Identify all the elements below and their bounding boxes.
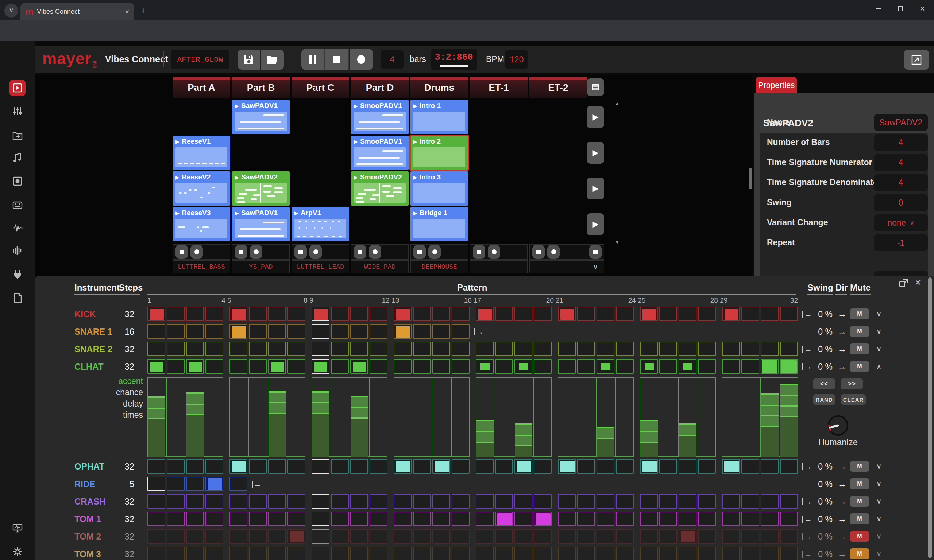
project-name-button[interactable]: AFTER_GLOW	[171, 50, 230, 69]
step-cell[interactable]	[679, 546, 697, 560]
step-cell[interactable]	[722, 307, 740, 321]
step-cell[interactable]	[698, 342, 716, 356]
step-cell[interactable]	[558, 494, 576, 509]
step-cell[interactable]	[167, 324, 185, 339]
step-cell[interactable]	[558, 307, 576, 321]
step-cell[interactable]	[679, 494, 697, 509]
step-cell[interactable]	[432, 459, 450, 474]
step-cell[interactable]	[350, 359, 368, 374]
step-cell[interactable]	[476, 529, 494, 544]
step-cell[interactable]	[722, 546, 740, 560]
step-cell[interactable]	[495, 342, 513, 356]
fullscreen-button[interactable]	[904, 49, 929, 70]
step-cell[interactable]	[350, 307, 368, 321]
row-expand-chevron[interactable]: ∨	[874, 549, 885, 558]
new-tab-button[interactable]: +	[140, 5, 146, 17]
direction-toggle[interactable]: ↔	[835, 479, 849, 489]
step-cell[interactable]	[452, 359, 470, 374]
sidebar-item-project-file[interactable]	[9, 290, 26, 306]
step-cell[interactable]	[230, 324, 247, 339]
step-cell[interactable]	[761, 512, 778, 526]
step-cell[interactable]	[413, 529, 431, 544]
track-footer-collapse[interactable]: ∨	[587, 260, 604, 274]
row-expand-chevron[interactable]: ∧	[874, 362, 885, 371]
step-cell[interactable]	[331, 307, 349, 321]
step-cell[interactable]	[596, 529, 614, 544]
step-cell[interactable]	[370, 494, 387, 509]
step-cell[interactable]	[577, 359, 595, 374]
step-cell[interactable]	[596, 512, 614, 526]
step-cell[interactable]	[495, 459, 513, 474]
step-cell[interactable]	[331, 342, 349, 356]
property-value-time-signature-denominator[interactable]: 4	[874, 174, 928, 191]
step-cell[interactable]	[741, 546, 759, 560]
steps-count[interactable]: 5	[113, 479, 134, 489]
instrument-label-tom-3[interactable]: TOM 3	[74, 549, 101, 559]
step-cell[interactable]	[288, 359, 305, 374]
step-cell[interactable]	[452, 546, 470, 560]
step-bar[interactable]	[679, 423, 697, 457]
step-cell[interactable]	[147, 307, 165, 321]
step-cell[interactable]	[534, 546, 552, 560]
step-cell[interactable]	[577, 307, 595, 321]
step-cell[interactable]	[761, 529, 778, 544]
step-cell[interactable]	[640, 494, 658, 509]
window-minimize-icon[interactable]	[868, 0, 889, 17]
bars-count-field[interactable]: 4	[381, 50, 404, 69]
step-cell[interactable]	[679, 529, 697, 544]
step-cell[interactable]	[722, 494, 740, 509]
step-cell[interactable]	[230, 307, 247, 321]
step-cell[interactable]	[147, 546, 165, 560]
step-cell[interactable]	[205, 307, 223, 321]
step-cell[interactable]	[495, 512, 513, 526]
step-cell[interactable]	[288, 307, 305, 321]
step-cell[interactable]	[167, 359, 185, 374]
track-stop-button[interactable]	[294, 245, 307, 259]
step-cell[interactable]	[268, 459, 286, 474]
step-cell[interactable]	[413, 342, 431, 356]
direction-toggle[interactable]: →	[835, 549, 849, 559]
step-cell[interactable]	[698, 359, 716, 374]
step-cell-current[interactable]	[311, 512, 330, 526]
step-cell-current[interactable]	[311, 546, 330, 560]
step-bar[interactable]	[268, 391, 286, 457]
step-cell[interactable]	[413, 494, 431, 509]
step-cell[interactable]	[268, 307, 286, 321]
step-cell[interactable]	[577, 546, 595, 560]
step-cell[interactable]	[350, 546, 368, 560]
properties-tab[interactable]: Properties	[756, 77, 797, 94]
window-maximize-icon[interactable]	[890, 0, 911, 17]
step-cell[interactable]	[534, 529, 552, 544]
steps-count[interactable]: 32	[113, 532, 134, 542]
track-stop-button[interactable]	[176, 245, 188, 259]
step-cell[interactable]	[147, 494, 165, 509]
step-cell[interactable]	[515, 529, 532, 544]
step-cell-current[interactable]	[311, 459, 330, 474]
step-cell[interactable]	[780, 546, 798, 560]
step-cell[interactable]	[394, 529, 412, 544]
step-cell[interactable]	[616, 529, 634, 544]
step-cell[interactable]	[495, 494, 513, 509]
step-cell[interactable]	[147, 529, 165, 544]
sidebar-item-settings[interactable]	[9, 544, 26, 560]
lane-label-delay[interactable]: delay	[88, 399, 143, 409]
step-cell[interactable]	[515, 512, 532, 526]
direction-toggle[interactable]: →	[835, 531, 849, 542]
step-cell[interactable]	[432, 324, 450, 339]
row-expand-chevron[interactable]: ∨	[874, 497, 885, 506]
track-name[interactable]: LUTTREL_BASS	[173, 260, 230, 274]
step-cell[interactable]	[205, 342, 223, 356]
sidebar-item-library[interactable]	[9, 128, 26, 144]
step-cell[interactable]	[452, 529, 470, 544]
step-cell[interactable]	[640, 546, 658, 560]
track-record-button[interactable]	[547, 245, 559, 259]
step-cell[interactable]	[350, 342, 368, 356]
step-cell[interactable]	[205, 359, 223, 374]
panel-popout-icon[interactable]	[899, 279, 908, 288]
step-cell[interactable]	[167, 342, 185, 356]
step-cell[interactable]	[432, 494, 450, 509]
save-button[interactable]	[238, 49, 260, 70]
instrument-label-snare-1[interactable]: SNARE 1	[74, 327, 113, 337]
step-cell[interactable]	[577, 459, 595, 474]
step-cell[interactable]	[679, 459, 697, 474]
